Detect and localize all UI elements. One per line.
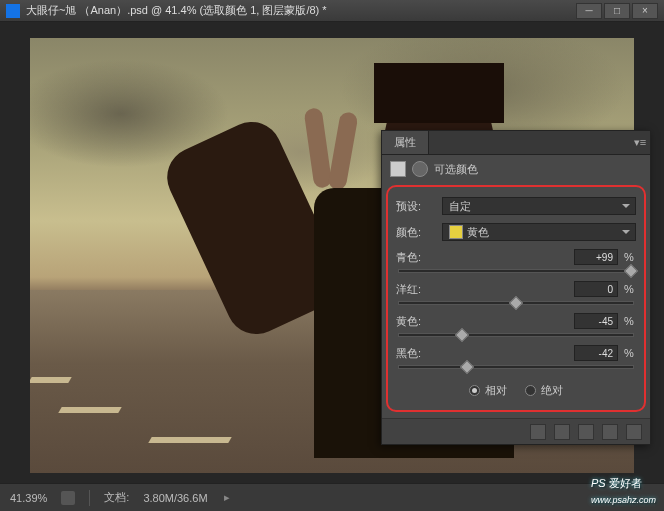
radio-absolute-label: 绝对 bbox=[541, 383, 563, 398]
highlighted-settings: 预设: 自定 颜色: 黄色 青色: % 洋红: % bbox=[386, 185, 646, 412]
close-button[interactable]: × bbox=[632, 3, 658, 19]
finger bbox=[304, 107, 333, 189]
chevron-right-icon[interactable]: ▸ bbox=[224, 491, 230, 504]
watermark: PS 爱好者 www.psahz.com bbox=[591, 475, 656, 507]
doc-size-value: 3.80M/36.6M bbox=[143, 492, 207, 504]
black-label: 黑色: bbox=[396, 346, 568, 361]
yellow-label: 黄色: bbox=[396, 314, 568, 329]
magenta-slider-group: 洋红: % bbox=[396, 281, 636, 305]
watermark-url: www.psahz.com bbox=[591, 495, 656, 505]
app-icon bbox=[6, 4, 20, 18]
slider-thumb[interactable] bbox=[455, 328, 469, 342]
maximize-button[interactable]: □ bbox=[604, 3, 630, 19]
cyan-input[interactable] bbox=[574, 249, 618, 265]
unit-label: % bbox=[624, 347, 636, 359]
unit-label: % bbox=[624, 315, 636, 327]
slider-thumb[interactable] bbox=[624, 264, 638, 278]
color-select[interactable]: 黄色 bbox=[442, 223, 636, 241]
panel-footer bbox=[382, 418, 650, 444]
window-titlebar: 大眼仔~旭 （Anan）.psd @ 41.4% (选取颜色 1, 图层蒙版/8… bbox=[0, 0, 664, 22]
doc-size-label: 文档: bbox=[104, 490, 129, 505]
radio-absolute[interactable]: 绝对 bbox=[525, 383, 563, 398]
adjustment-header: 可选颜色 bbox=[382, 155, 650, 183]
unit-label: % bbox=[624, 251, 636, 263]
slider-thumb[interactable] bbox=[509, 296, 523, 310]
radio-dot-icon bbox=[469, 385, 480, 396]
minimize-button[interactable]: ─ bbox=[576, 3, 602, 19]
finger bbox=[327, 111, 358, 191]
zoom-level[interactable]: 41.39% bbox=[10, 492, 47, 504]
lane-mark bbox=[148, 437, 231, 443]
color-value: 黄色 bbox=[467, 225, 489, 240]
unit-label: % bbox=[624, 283, 636, 295]
slider-thumb[interactable] bbox=[460, 360, 474, 374]
black-input[interactable] bbox=[574, 345, 618, 361]
properties-panel: 属性 ▾≡ 可选颜色 预设: 自定 颜色: 黄色 青色: % bbox=[381, 130, 651, 445]
adjustment-icon[interactable] bbox=[390, 161, 406, 177]
yellow-slider-group: 黄色: % bbox=[396, 313, 636, 337]
status-icon[interactable] bbox=[61, 491, 75, 505]
preset-label: 预设: bbox=[396, 199, 436, 214]
footer-icon[interactable] bbox=[530, 424, 546, 440]
adjustment-name: 可选颜色 bbox=[434, 162, 478, 177]
separator bbox=[89, 490, 90, 506]
magenta-slider-track[interactable] bbox=[398, 301, 634, 305]
magenta-input[interactable] bbox=[574, 281, 618, 297]
color-label: 颜色: bbox=[396, 225, 436, 240]
window-controls: ─ □ × bbox=[576, 3, 658, 19]
lane-mark bbox=[30, 377, 72, 383]
watermark-cn: 爱好者 bbox=[606, 477, 642, 489]
mask-icon[interactable] bbox=[412, 161, 428, 177]
magenta-label: 洋红: bbox=[396, 282, 568, 297]
yellow-input[interactable] bbox=[574, 313, 618, 329]
color-row: 颜色: 黄色 bbox=[394, 219, 638, 245]
radio-relative[interactable]: 相对 bbox=[469, 383, 507, 398]
cyan-slider-group: 青色: % bbox=[396, 249, 636, 273]
cyan-label: 青色: bbox=[396, 250, 568, 265]
status-bar: 41.39% 文档: 3.80M/36.6M ▸ bbox=[0, 483, 664, 511]
method-radio-group: 相对 绝对 bbox=[394, 377, 638, 400]
preset-value: 自定 bbox=[449, 199, 471, 214]
trash-icon[interactable] bbox=[626, 424, 642, 440]
yellow-slider-track[interactable] bbox=[398, 333, 634, 337]
color-swatch-icon bbox=[449, 225, 463, 239]
radio-dot-icon bbox=[525, 385, 536, 396]
watermark-en: PS bbox=[591, 477, 606, 489]
radio-relative-label: 相对 bbox=[485, 383, 507, 398]
document-title: 大眼仔~旭 （Anan）.psd @ 41.4% (选取颜色 1, 图层蒙版/8… bbox=[26, 3, 576, 18]
lane-mark bbox=[58, 407, 121, 413]
black-slider-track[interactable] bbox=[398, 365, 634, 369]
reset-icon[interactable] bbox=[602, 424, 618, 440]
visibility-icon[interactable] bbox=[578, 424, 594, 440]
tab-properties[interactable]: 属性 bbox=[382, 131, 429, 154]
black-slider-group: 黑色: % bbox=[396, 345, 636, 369]
clip-icon[interactable] bbox=[554, 424, 570, 440]
panel-tab-bar: 属性 ▾≡ bbox=[382, 131, 650, 155]
hair bbox=[374, 63, 504, 123]
cyan-slider-track[interactable] bbox=[398, 269, 634, 273]
preset-select[interactable]: 自定 bbox=[442, 197, 636, 215]
panel-menu-icon[interactable]: ▾≡ bbox=[630, 133, 650, 153]
preset-row: 预设: 自定 bbox=[394, 193, 638, 219]
